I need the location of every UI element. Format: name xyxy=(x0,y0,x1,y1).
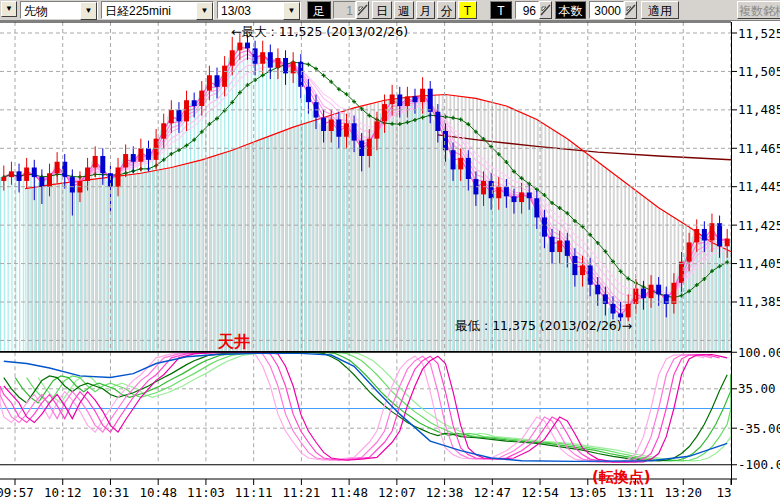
candle-body xyxy=(245,43,250,49)
time-axis-label: 11:11 xyxy=(235,485,273,500)
contract-month-combo-arrow-icon[interactable]: ▼ xyxy=(283,2,300,20)
candle-body xyxy=(146,148,151,160)
time-axis-label: 10:31 xyxy=(92,485,130,500)
chart-canvas[interactable]: 11,52511,50511,48511,46511,44511,42511,4… xyxy=(0,21,780,500)
contract-month-combo-value: 13/03 xyxy=(218,2,283,18)
apply-button[interactable]: 適用 xyxy=(641,1,679,19)
candle-body xyxy=(192,100,197,106)
time-axis-label: 11:21 xyxy=(283,485,321,500)
tick-count-field[interactable]: 96 xyxy=(515,1,539,19)
candle-body xyxy=(230,50,235,65)
candle-body xyxy=(352,123,357,140)
market-combo[interactable]: 先物 ▼ xyxy=(20,1,98,19)
candle-body xyxy=(39,177,44,187)
oscillator-panel xyxy=(0,352,731,462)
candle-body xyxy=(329,119,334,131)
candle-body xyxy=(390,94,395,104)
bar-count-spinner-button[interactable] xyxy=(624,1,637,19)
candle-body xyxy=(17,171,22,181)
candle-body xyxy=(428,89,433,112)
candle-body xyxy=(131,154,136,162)
rci-magenta-line xyxy=(0,352,704,462)
rci-green-line xyxy=(15,352,731,461)
candle-body xyxy=(588,265,593,284)
candle-body xyxy=(481,181,486,194)
candle-body xyxy=(123,154,128,167)
interval-spinner-button[interactable] xyxy=(356,1,369,19)
candle-body xyxy=(32,167,37,177)
turning-point-annotation: (転換点) xyxy=(592,468,651,486)
candle-body xyxy=(100,156,105,173)
candle-body xyxy=(641,289,646,299)
chart-area: 11,52511,50511,48511,46511,44511,42511,4… xyxy=(0,21,780,500)
combo-stub-dropdown-button[interactable]: ▼ xyxy=(1,1,17,17)
candle-body xyxy=(504,187,509,197)
symbol-combo[interactable]: 日経225mini ▼ xyxy=(101,1,214,19)
candle-body xyxy=(306,87,311,102)
period-tick-button[interactable]: T xyxy=(458,1,477,19)
candle-body xyxy=(207,75,212,90)
candle-body xyxy=(649,285,654,298)
candle-body xyxy=(138,148,143,161)
contract-month-combo[interactable]: 13/03 ▼ xyxy=(217,1,301,19)
interval-value-field[interactable]: 1 xyxy=(333,1,356,19)
candle-body xyxy=(519,192,524,202)
symbol-combo-value: 日経225mini xyxy=(102,2,196,18)
candle-body xyxy=(1,177,6,181)
rci-blue-line xyxy=(4,353,727,461)
price-axis-label: 11,385 xyxy=(738,294,780,309)
candle-body xyxy=(397,94,402,106)
time-axis-label: 12:07 xyxy=(378,485,416,500)
candle-body xyxy=(557,241,562,253)
candle-body xyxy=(85,167,90,180)
time-axis-label: 11:03 xyxy=(187,485,225,500)
candle-body xyxy=(542,217,547,236)
time-axis-label: 13:20 xyxy=(664,485,702,500)
candle-body xyxy=(626,304,631,317)
candle-body xyxy=(24,167,29,180)
price-axis-label: 11,445 xyxy=(738,179,780,194)
candle-body xyxy=(443,131,448,150)
period-week-button[interactable]: 週 xyxy=(394,1,414,19)
candle-body xyxy=(565,241,570,256)
toolbar: ▼ 先物 ▼ 日経225mini ▼ 13/03 ▼ 足 1 日 週 月 分 T… xyxy=(0,0,780,21)
bar-count-field[interactable]: 3000 xyxy=(589,1,624,19)
price-axis-label: 11,425 xyxy=(738,218,780,233)
symbol-combo-arrow-icon[interactable]: ▼ xyxy=(196,2,213,20)
oscillator-axis-label: 100.00 xyxy=(738,345,780,360)
price-panel xyxy=(0,33,732,352)
candle-body xyxy=(580,265,585,275)
ceiling-annotation: 天井 xyxy=(217,332,250,351)
candle-body xyxy=(47,173,52,186)
period-month-button[interactable]: 月 xyxy=(416,1,435,19)
candle-body xyxy=(176,110,181,122)
candle-body xyxy=(321,118,326,131)
candle-body xyxy=(694,229,699,242)
candle-body xyxy=(725,239,730,247)
candle-body xyxy=(687,242,692,261)
tick-count-spinner-button[interactable] xyxy=(539,1,552,19)
candle-body xyxy=(161,123,166,138)
candle-body xyxy=(595,285,600,295)
period-minute-button[interactable]: 分 xyxy=(437,1,456,19)
candle-body xyxy=(382,104,387,121)
candle-body xyxy=(374,121,379,138)
candle-body xyxy=(679,262,684,283)
period-day-button[interactable]: 日 xyxy=(372,1,392,19)
candle-body xyxy=(184,100,189,121)
candle-body xyxy=(405,96,410,106)
market-combo-arrow-icon[interactable]: ▼ xyxy=(80,2,97,20)
candle-body xyxy=(116,167,121,186)
time-axis-label: 13:05 xyxy=(569,485,607,500)
candle-body xyxy=(435,112,440,131)
multi-symbol-button[interactable]: 複数銘柄 xyxy=(737,1,780,19)
candle-body xyxy=(489,181,494,198)
candle-body xyxy=(367,139,372,156)
oscillator-axis-label: 35.00 xyxy=(738,381,776,396)
candle-body xyxy=(458,158,463,170)
candle-body xyxy=(656,285,661,295)
time-axis-label: 13 xyxy=(716,485,731,500)
time-axis-label: 12:47 xyxy=(474,485,512,500)
candle-body xyxy=(534,198,539,217)
ashi-bar-type-button[interactable]: 足 xyxy=(307,1,331,19)
